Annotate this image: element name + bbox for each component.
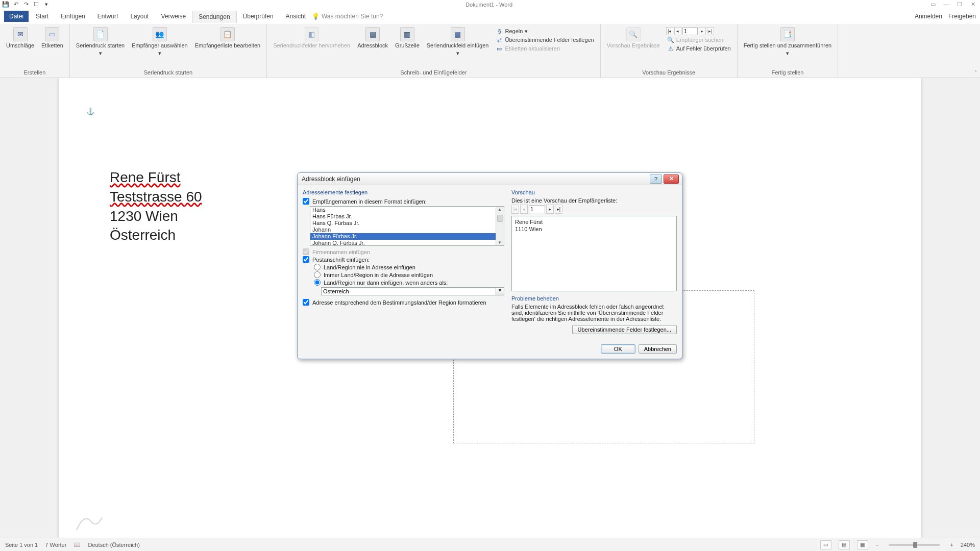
maximize-icon[interactable]: ☐ [955,1,964,8]
radio-immer-label: Immer Land/Region in die Adresse einfüge… [324,272,433,278]
addr-line-4: Österreich [110,226,202,245]
list-scrollbar[interactable] [496,207,504,245]
prev-record-button[interactable]: ◂ [674,27,681,35]
dialog-close-button[interactable]: ✕ [664,174,679,184]
tab-entwurf[interactable]: Entwurf [91,11,125,22]
signin-link[interactable]: Anmelden [915,13,942,20]
rules-icon: § [496,28,503,35]
ok-button[interactable]: OK [601,344,635,354]
redo-icon[interactable]: ↷ [22,1,30,8]
zoom-in-button[interactable]: + [950,542,953,548]
radio-nur[interactable] [314,279,321,286]
preview-line-1: Rene Fürst [515,218,673,226]
tab-ueberpruefen[interactable]: Überprüfen [237,11,280,22]
undo-icon[interactable]: ↶ [12,1,19,8]
adresselemente-label: Adresselemente festlegen [303,189,504,195]
tab-einfuegen[interactable]: Einfügen [55,11,91,22]
empfaengerliste-bearbeiten-button[interactable]: 📋Empfängerliste bearbeiten [192,26,263,68]
seriendruck-starten-button[interactable]: 📄Seriendruck starten▾ [73,26,128,68]
first-record-button[interactable]: |◂ [666,27,673,35]
chk-empfaengername[interactable] [303,198,309,205]
tab-layout[interactable]: Layout [124,11,155,22]
print-layout-button[interactable]: ▤ [839,540,850,549]
edit-list-icon: 📋 [220,27,235,41]
preview-line-2: 1110 Wien [515,226,673,233]
format-option[interactable]: Johann Q. Fürbas Jr. [310,240,496,245]
save-icon[interactable]: 💾 [2,1,9,8]
touch-icon[interactable]: ☐ [33,1,40,8]
name-format-list[interactable]: Hans Hans Fürbas Jr. Hans Q. Fürbas Jr. … [310,206,504,246]
read-mode-button[interactable]: ▭ [820,540,831,549]
word-count[interactable]: 7 Wörter [45,542,66,548]
page-status[interactable]: Seite 1 von 1 [5,542,38,548]
web-layout-button[interactable]: ▦ [857,540,868,549]
zoom-out-button[interactable]: − [875,542,878,548]
chk-postanschrift[interactable] [303,256,309,263]
adressblock-button[interactable]: ▤Adressblock [354,26,391,68]
fertig-stellen-button[interactable]: 📑Fertig stellen und zusammenführen▾ [741,26,835,68]
recipients-icon: 👥 [153,27,167,41]
ribbon: ✉Umschläge ▭Etiketten Erstellen 📄Seriend… [0,24,980,78]
radio-nur-label: Land/Region nur dann einfügen, wenn ande… [324,280,448,286]
window-title: Dokument1 - Word [52,2,926,8]
prev-last-button[interactable]: ▸| [555,205,562,214]
format-option[interactable]: Johann [310,227,496,233]
country-combo[interactable] [321,287,496,295]
format-option-selected[interactable]: Johann Fürbas Jr. [310,233,496,240]
titlebar: 💾 ↶ ↷ ☐ ▾ Dokument1 - Word ▭ — ☐ ✕ [0,0,980,9]
minimize-icon[interactable]: — [942,1,950,8]
address-text[interactable]: Rene Fürst Teststrasse 60 1230 Wien Öste… [110,168,202,245]
grusszeile-button[interactable]: ▥Grußzeile [392,26,423,68]
proofing-icon[interactable]: 📖 [74,541,81,548]
prev-next-button[interactable]: ▸ [546,205,554,214]
ribbon-display-icon[interactable]: ▭ [929,1,937,8]
mail-merge-icon: 📄 [93,27,108,41]
feld-einfuegen-button[interactable]: ▦Seriendruckfeld einfügen▾ [424,26,492,68]
umschlaege-button[interactable]: ✉Umschläge [3,26,37,68]
fehler-pruefen-button[interactable]: ⚠Auf Fehler überprüfen [666,44,732,53]
prev-index-input[interactable] [529,205,545,213]
country-combo-dropdown[interactable]: ▼ [496,287,504,295]
greeting-icon: ▥ [400,27,414,41]
qat-dropdown-icon[interactable]: ▾ [43,1,50,8]
radio-nie-label: Land/Region nie in Adresse einfügen [324,264,415,270]
chk-format-nach-land-label: Adresse entsprechend dem Bestimmungsland… [312,299,486,306]
zoom-slider[interactable] [889,544,940,546]
vorschau-button: 🔍Vorschau Ergebnisse [604,26,663,68]
tab-file[interactable]: Datei [4,11,29,22]
radio-nie[interactable] [314,264,321,270]
record-number-input[interactable] [682,27,698,35]
felder-festlegen-button[interactable]: ⇄Übereinstimmende Felder festlegen [495,36,595,44]
tellme-search[interactable]: 💡 Was möchten Sie tun? [312,13,383,20]
felder-festlegen-dialog-button[interactable]: Übereinstimmende Felder festlegen... [572,325,677,334]
format-option[interactable]: Hans Fürbas Jr. [310,213,496,220]
empfaenger-auswaehlen-button[interactable]: 👥Empfänger auswählen▾ [129,26,190,68]
prev-first-button: |◂ [511,205,519,214]
language-status[interactable]: Deutsch (Österreich) [88,542,139,548]
radio-immer[interactable] [314,271,321,278]
share-button[interactable]: Freigeben [948,13,976,20]
format-option[interactable]: Hans [310,207,496,213]
tab-sendungen[interactable]: Sendungen [192,11,236,23]
address-icon: ▤ [365,27,380,41]
cancel-button[interactable]: Abbrechen [639,344,677,354]
last-record-button[interactable]: ▸| [707,27,714,35]
collapse-ribbon-icon[interactable]: ˄ [974,70,977,76]
chk-postanschrift-label: Postanschrift einfügen: [312,257,370,263]
group-erstellen-label: Erstellen [3,68,66,78]
regeln-button[interactable]: §Regeln ▾ [495,27,595,35]
tab-start[interactable]: Start [30,11,55,22]
dialog-help-button[interactable]: ? [650,174,662,184]
chk-format-nach-land[interactable] [303,299,309,306]
next-record-button[interactable]: ▸ [699,27,706,35]
preview-icon: 🔍 [626,27,641,41]
addr-line-2: Teststrasse 60 [110,189,202,205]
zoom-level[interactable]: 240% [961,542,975,548]
etiketten-button[interactable]: ▭Etiketten [38,26,66,68]
format-option[interactable]: Hans Q. Fürbas Jr. [310,220,496,227]
highlight-icon: ◧ [305,27,319,41]
close-icon[interactable]: ✕ [969,1,977,8]
menu-tabs: Datei Start Einfügen Entwurf Layout Verw… [0,9,980,24]
tab-verweise[interactable]: Verweise [155,11,192,22]
tab-ansicht[interactable]: Ansicht [280,11,312,22]
